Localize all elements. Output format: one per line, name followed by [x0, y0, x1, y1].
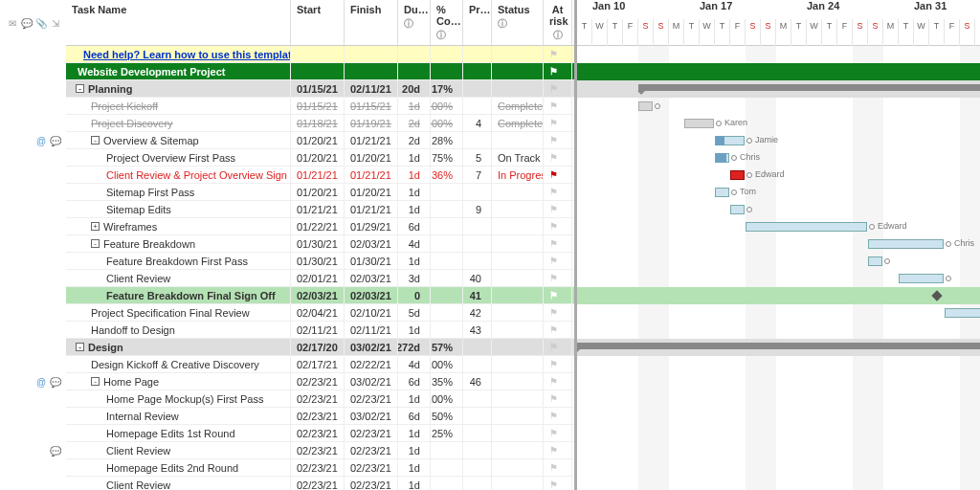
task-row[interactable]: Need help? Learn how to use this templat… — [66, 46, 574, 63]
dependency-handle-icon[interactable] — [716, 121, 722, 126]
collapse-toggle-icon[interactable]: - — [91, 239, 100, 248]
at-risk-flag-icon[interactable]: ⚑ — [549, 49, 558, 59]
task-row[interactable]: Feature Breakdown First Pass01/30/2101/3… — [66, 253, 574, 270]
task-row[interactable]: Design Kickoff & Creative Discovery02/17… — [66, 356, 574, 373]
help-link[interactable]: Need help? Learn how to use this templat… — [83, 49, 291, 60]
at-risk-flag-icon[interactable]: ⚑ — [549, 307, 558, 318]
task-bar[interactable] — [746, 222, 867, 232]
toolbar-icon[interactable]: ⇲ — [49, 18, 62, 29]
task-row[interactable]: Project Overview First Pass01/20/2101/20… — [66, 149, 574, 167]
at-risk-flag-icon[interactable]: ⚑ — [549, 118, 558, 128]
dependency-handle-icon[interactable] — [731, 155, 737, 161]
at-risk-flag-icon[interactable]: ⚑ — [549, 342, 558, 352]
at-risk-flag-icon[interactable]: ⚑ — [549, 290, 558, 301]
col-task-name[interactable]: Task Name — [66, 0, 291, 45]
dependency-handle-icon[interactable] — [746, 207, 752, 212]
at-risk-flag-icon[interactable]: ⚑ — [549, 204, 558, 214]
task-row[interactable]: Handoff to Design02/11/2102/11/211d43⚑ — [66, 322, 574, 339]
task-row[interactable]: Feature Breakdown Final Sign Off02/03/21… — [66, 287, 574, 304]
task-row[interactable]: Home Page Mockup(s) First Pass02/23/2102… — [66, 390, 574, 408]
at-risk-flag-icon[interactable]: ⚑ — [549, 187, 558, 197]
milestone-icon[interactable] — [931, 290, 942, 301]
at-risk-flag-icon[interactable]: ⚑ — [549, 479, 558, 490]
task-row[interactable]: -Design02/17/2003/02/21272d57%⚑ — [66, 339, 574, 356]
at-risk-flag-icon[interactable]: ⚑ — [549, 462, 558, 473]
task-bar[interactable] — [638, 101, 653, 111]
task-row[interactable]: Project Specification Final Review02/04/… — [66, 304, 574, 322]
task-row[interactable]: Project Discovery01/18/2101/19/212d100%4… — [66, 115, 574, 132]
task-bar[interactable] — [715, 188, 729, 197]
task-bar[interactable] — [715, 153, 729, 163]
task-bar[interactable] — [868, 256, 882, 266]
at-risk-flag-icon[interactable]: ⚑ — [549, 66, 558, 77]
at-risk-flag-icon[interactable]: ⚑ — [549, 238, 558, 249]
mention-icon[interactable]: @ — [34, 136, 48, 146]
task-row[interactable]: -Feature Breakdown01/30/2102/03/214d⚑ — [66, 235, 574, 253]
at-risk-flag-icon[interactable]: ⚑ — [549, 256, 558, 266]
comment-icon[interactable]: 💬 — [49, 136, 62, 146]
at-risk-flag-icon[interactable]: ⚑ — [549, 428, 558, 438]
task-bar[interactable] — [868, 239, 944, 249]
dependency-handle-icon[interactable] — [946, 241, 951, 247]
gantt-panel[interactable]: Jan 10Jan 17Jan 24Jan 31MTWTFSSMTWTFSSMT… — [574, 0, 980, 490]
col-pct-complete[interactable]: % Co…ⓘ — [431, 0, 463, 45]
task-bar[interactable] — [715, 136, 745, 145]
summary-bar[interactable] — [577, 343, 980, 349]
summary-bar[interactable] — [638, 84, 980, 91]
task-row[interactable]: Homepage Edits 2nd Round02/23/2102/23/21… — [66, 459, 574, 477]
task-row[interactable]: -Overview & Sitemap01/20/2101/21/212d28%… — [66, 132, 574, 149]
at-risk-flag-icon[interactable]: ⚑ — [549, 273, 558, 283]
dependency-handle-icon[interactable] — [746, 138, 752, 144]
col-duration[interactable]: Du…ⓘ — [398, 0, 431, 45]
task-row[interactable]: Internal Review02/23/2103/02/216d50%⚑ — [66, 408, 574, 425]
task-row[interactable]: Project Kickoff01/15/2101/15/211d100%Com… — [66, 98, 574, 115]
dependency-handle-icon[interactable] — [731, 189, 737, 195]
toolbar-icon[interactable]: 📎 — [34, 18, 48, 29]
col-status[interactable]: Statusⓘ — [492, 0, 544, 45]
mention-icon[interactable]: @ — [34, 377, 48, 388]
task-row[interactable]: -Planning01/15/2102/11/2120d17%⚑ — [66, 80, 574, 98]
task-row[interactable]: Client Review02/01/2102/03/213d40⚑ — [66, 270, 574, 287]
at-risk-flag-icon[interactable]: ⚑ — [549, 100, 558, 111]
at-risk-flag-icon[interactable]: ⚑ — [549, 83, 558, 94]
at-risk-flag-icon[interactable]: ⚑ — [549, 376, 558, 387]
at-risk-flag-icon[interactable]: ⚑ — [549, 445, 558, 456]
task-row[interactable]: Client Review02/23/2102/23/211d⚑ — [66, 442, 574, 459]
comment-icon[interactable]: 💬 — [49, 446, 62, 457]
dependency-handle-icon[interactable] — [746, 172, 752, 178]
collapse-toggle-icon[interactable]: - — [91, 136, 100, 145]
task-row[interactable]: Sitemap Edits01/21/2101/21/211d9⚑ — [66, 201, 574, 218]
collapse-toggle-icon[interactable]: - — [91, 377, 100, 386]
task-bar[interactable] — [730, 170, 745, 180]
task-row[interactable]: Sitemap First Pass01/20/2101/20/211d⚑ — [66, 184, 574, 201]
at-risk-flag-icon[interactable]: ⚑ — [549, 169, 558, 180]
col-at-risk[interactable]: At riskⓘ — [544, 0, 572, 45]
dependency-handle-icon[interactable] — [869, 224, 875, 230]
at-risk-flag-icon[interactable]: ⚑ — [549, 135, 558, 145]
task-row[interactable]: Homepage Edits 1st Round02/23/2102/23/21… — [66, 425, 574, 442]
comment-icon[interactable]: 💬 — [49, 377, 62, 388]
task-row[interactable]: Website Development Project⚑ — [66, 63, 574, 80]
at-risk-flag-icon[interactable]: ⚑ — [549, 324, 558, 335]
task-row[interactable]: -Home Page02/23/2103/02/216d35%46⚑ — [66, 373, 574, 390]
col-predecessors[interactable]: Pr… — [463, 0, 492, 45]
task-row[interactable]: Client Review & Project Overview Sign Of… — [66, 167, 574, 184]
collapse-toggle-icon[interactable]: - — [76, 84, 84, 93]
task-bar[interactable] — [684, 119, 714, 128]
col-finish[interactable]: Finish — [345, 0, 398, 45]
task-bar[interactable] — [730, 205, 745, 214]
at-risk-flag-icon[interactable]: ⚑ — [549, 152, 558, 163]
dependency-handle-icon[interactable] — [946, 276, 951, 281]
at-risk-flag-icon[interactable]: ⚑ — [549, 393, 558, 404]
toolbar-icon[interactable]: ✉ — [6, 18, 19, 29]
task-row[interactable]: Client Review02/23/2102/23/211d⚑ — [66, 477, 574, 490]
collapse-toggle-icon[interactable]: - — [76, 343, 84, 351]
col-start[interactable]: Start — [291, 0, 345, 45]
task-bar[interactable] — [899, 274, 944, 283]
expand-toggle-icon[interactable]: + — [91, 222, 100, 231]
at-risk-flag-icon[interactable]: ⚑ — [549, 359, 558, 369]
at-risk-flag-icon[interactable]: ⚑ — [549, 411, 558, 421]
task-bar[interactable] — [945, 308, 980, 318]
at-risk-flag-icon[interactable]: ⚑ — [549, 221, 558, 232]
toolbar-icon[interactable]: 💬 — [20, 18, 33, 29]
